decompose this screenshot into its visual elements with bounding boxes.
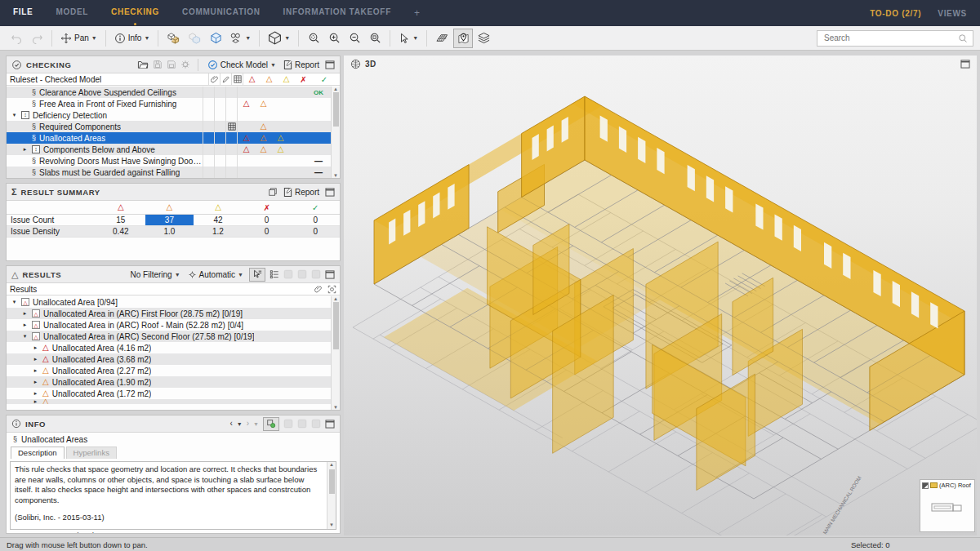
result-tree-item[interactable]: ▸△Unallocated Area (4.16 m2) bbox=[7, 342, 331, 353]
zoom-extents-button[interactable] bbox=[304, 29, 323, 48]
accept-issue-icon[interactable] bbox=[283, 269, 293, 279]
list-view-icon[interactable] bbox=[270, 269, 279, 279]
menubar-item--[interactable]: + bbox=[414, 7, 421, 19]
maximize-panel-icon[interactable] bbox=[960, 60, 970, 69]
result-tree-item[interactable]: ▸△Unallocated Area (1.90 m2) bbox=[7, 376, 331, 388]
report-button[interactable]: Report bbox=[282, 59, 321, 71]
check-model-button[interactable]: Check Model▼ bbox=[206, 59, 278, 71]
view-cube-button[interactable]: ▼ bbox=[265, 29, 293, 48]
save-ruleset-icon[interactable] bbox=[153, 60, 163, 69]
result-tree-item[interactable]: ▸△Unallocated Area in (ARC) Roof - Main … bbox=[7, 319, 331, 331]
result-tree-item[interactable]: ▾△Unallocated Area [0/94] bbox=[7, 296, 331, 308]
result-tree-item[interactable]: ▸△Unallocated Area (1.72 m2) bbox=[7, 388, 331, 399]
slideshow-icon[interactable] bbox=[311, 269, 321, 279]
ruleset-header-row[interactable]: Ruleset - Checked Model △ △ △ ✗ ✓ bbox=[7, 73, 340, 86]
menubar-item-communication[interactable]: COMMUNICATION bbox=[182, 7, 261, 19]
ruleset-row[interactable]: §Clearance Above Suspended CeilingsOK bbox=[7, 87, 331, 98]
undo-button[interactable] bbox=[7, 29, 26, 48]
building-model[interactable]: MAIN MECHANICAL ROOMPHYSICAL EXAM bbox=[344, 56, 977, 535]
redo-button[interactable] bbox=[27, 29, 47, 48]
ruleset-row[interactable]: §Free Area in Front of Fixed Furnishing△… bbox=[7, 98, 331, 109]
tab-description[interactable]: Description bbox=[11, 447, 65, 459]
summary-value-cell[interactable]: 15 bbox=[96, 215, 145, 226]
expander-icon[interactable]: ▸ bbox=[32, 356, 39, 362]
ruleset-row[interactable]: ▸↕Components Below and Above△△△ bbox=[7, 144, 331, 155]
walkthrough-pin-button[interactable] bbox=[453, 29, 473, 48]
expander-icon[interactable]: ▾ bbox=[11, 112, 18, 118]
settings-gear-icon[interactable] bbox=[180, 60, 190, 69]
copy-summary-icon[interactable] bbox=[268, 187, 278, 197]
tab-hyperlinks[interactable]: Hyperlinks bbox=[66, 447, 117, 459]
summary-value-cell[interactable]: 0 bbox=[243, 215, 292, 226]
menubar-item-file[interactable]: FILE bbox=[13, 7, 33, 19]
linked-selection-button[interactable] bbox=[263, 417, 279, 431]
result-tree-item[interactable]: ▸△Unallocated Area (3.68 m2) bbox=[7, 353, 331, 365]
result-tree-item[interactable]: ▾△Unallocated Area in (ARC) Second Floor… bbox=[7, 331, 331, 342]
result-tree-item[interactable]: ▸△Unallocated Area (2.27 m2) bbox=[7, 365, 331, 376]
open-ruleset-icon[interactable] bbox=[137, 60, 149, 69]
maximize-panel-icon[interactable] bbox=[325, 188, 335, 197]
layers-button[interactable] bbox=[474, 29, 494, 48]
summary-value-cell[interactable]: 1.2 bbox=[194, 226, 243, 238]
search-input[interactable] bbox=[822, 33, 955, 43]
summary-report-button[interactable]: Report bbox=[282, 186, 321, 198]
expander-icon[interactable]: ▸ bbox=[21, 310, 29, 317]
expander-icon[interactable]: ▾ bbox=[11, 299, 18, 305]
automatic-dropdown[interactable]: Automatic▼ bbox=[186, 269, 245, 280]
summary-value-cell[interactable]: 37 bbox=[145, 215, 194, 226]
expander-icon[interactable]: ▸ bbox=[21, 322, 29, 328]
zoom-out-button[interactable] bbox=[345, 29, 364, 48]
info-tool-button[interactable]: Info▼ bbox=[111, 29, 154, 48]
chevron-down-icon[interactable]: ▼ bbox=[253, 421, 259, 427]
summary-value-cell[interactable]: 0 bbox=[291, 226, 340, 238]
summary-value-cell[interactable]: 0 bbox=[243, 226, 292, 238]
select-tool-button[interactable]: ▼ bbox=[395, 29, 421, 48]
menubar-item-checking[interactable]: CHECKING bbox=[111, 7, 159, 19]
textbox-scrollbar[interactable]: ▲▼ bbox=[327, 462, 336, 529]
save-as-icon[interactable] bbox=[167, 60, 176, 69]
ruleset-row[interactable]: ▾↕Deficiency Detection bbox=[7, 109, 331, 121]
checking-scrollbar[interactable]: ▲▼ bbox=[331, 87, 340, 178]
zoom-window-button[interactable] bbox=[365, 29, 385, 48]
summary-value-cell[interactable]: 0 bbox=[291, 215, 340, 226]
zoom-in-button[interactable] bbox=[324, 29, 344, 48]
footprint-view-button[interactable] bbox=[432, 29, 452, 48]
expander-icon[interactable]: ▸ bbox=[32, 344, 39, 351]
summary-value-cell[interactable]: 0.42 bbox=[96, 226, 145, 238]
tool-icon[interactable] bbox=[311, 419, 321, 429]
tool-icon[interactable] bbox=[297, 419, 307, 429]
filtering-dropdown[interactable]: No Filtering▼ bbox=[129, 269, 182, 280]
expander-icon[interactable]: ▸ bbox=[32, 399, 39, 404]
expander-icon[interactable]: ▸ bbox=[32, 379, 39, 385]
ruleset-row[interactable]: §Revolving Doors Must Have Swinging Door… bbox=[7, 155, 331, 167]
menubar-item-model[interactable]: MODEL bbox=[56, 7, 88, 19]
maximize-panel-icon[interactable] bbox=[325, 270, 335, 279]
ruleset-row[interactable]: §Required Components△ bbox=[7, 121, 331, 132]
results-scrollbar[interactable]: ▲▼ bbox=[331, 296, 340, 410]
expander-icon[interactable]: ▸ bbox=[32, 367, 39, 374]
maximize-panel-icon[interactable] bbox=[325, 420, 335, 429]
maximize-panel-icon[interactable] bbox=[325, 60, 335, 69]
ruleset-row[interactable]: §Unallocated Areas△△△ bbox=[7, 132, 331, 144]
summary-value-cell[interactable]: 1.0 bbox=[145, 226, 194, 238]
show-all-components-button[interactable] bbox=[163, 29, 184, 48]
result-tree-item[interactable]: ▸△Unallocated Area in (ARC) First Floor … bbox=[7, 308, 331, 319]
summary-value-cell[interactable]: 42 bbox=[194, 215, 243, 226]
show-selected-button[interactable] bbox=[206, 29, 225, 48]
menubar-item-to-do-2-7-[interactable]: TO-DO (2/7) bbox=[870, 9, 921, 18]
menubar-item-information-takeoff[interactable]: INFORMATION TAKEOFF bbox=[283, 7, 391, 19]
reject-issue-icon[interactable] bbox=[297, 269, 307, 279]
3d-viewport[interactable]: 3D MAIN MECHANICAL ROOMPHYSICAL EXAM (AR… bbox=[344, 56, 977, 535]
lookaround-button[interactable]: ▼ bbox=[226, 29, 254, 48]
expander-icon[interactable]: ▸ bbox=[21, 146, 29, 153]
hide-components-button[interactable] bbox=[185, 29, 205, 48]
expander-icon[interactable]: ▾ bbox=[21, 333, 29, 340]
tool-icon[interactable] bbox=[283, 419, 293, 429]
pan-tool-button[interactable]: Pan▼ bbox=[57, 29, 100, 48]
ruleset-row[interactable]: §Slabs must be Guarded against Falling— bbox=[7, 167, 331, 178]
chevron-down-icon[interactable]: ▼ bbox=[237, 421, 243, 427]
menubar-item-views[interactable]: VIEWS bbox=[938, 9, 967, 18]
expander-icon[interactable]: ▸ bbox=[32, 390, 39, 397]
select-results-button[interactable] bbox=[249, 268, 265, 282]
description-textbox[interactable]: This rule checks that space geometry and… bbox=[10, 461, 336, 530]
